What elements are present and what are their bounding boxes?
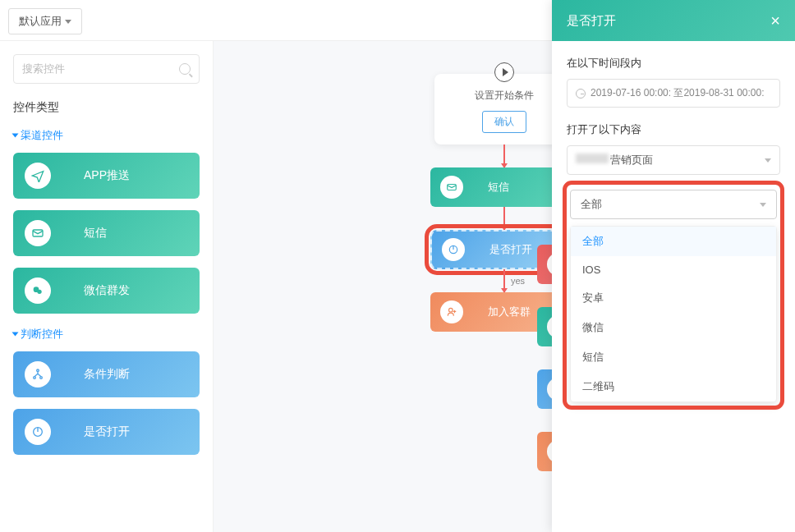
dropdown-option-qrcode[interactable]: 二维码: [571, 372, 776, 401]
clock-icon: [576, 89, 586, 99]
group-channel-label: 渠道控件: [21, 128, 63, 143]
user-add-icon: [440, 300, 463, 323]
wechat-icon: [25, 277, 51, 304]
group-condition-label: 判断控件: [21, 327, 63, 342]
default-app-label: 默认应用: [19, 14, 62, 29]
blurred-text: [576, 154, 609, 163]
node-label: 加入客群: [488, 305, 531, 319]
start-title: 设置开始条件: [451, 89, 558, 103]
branch-icon: [25, 361, 51, 388]
svg-point-2: [37, 290, 41, 294]
arrow-icon: [503, 207, 505, 230]
widget-label: 微信群发: [84, 283, 130, 298]
search-icon: [179, 63, 191, 75]
channel-selected: 全部: [581, 197, 602, 212]
arrow-icon: [503, 144, 505, 167]
widget-label: APP推送: [84, 168, 130, 183]
branch-yes-label: yes: [511, 276, 525, 286]
dropdown-option-android[interactable]: 安卓: [571, 283, 776, 313]
mail-icon: [440, 176, 463, 199]
group-condition-header[interactable]: 判断控件: [13, 327, 200, 342]
svg-point-3: [37, 369, 39, 372]
widget-label: 条件判断: [84, 367, 130, 382]
widget-label: 短信: [84, 226, 107, 241]
dropdown-option-ios[interactable]: IOS: [571, 256, 776, 283]
content-select[interactable]: 营销页面: [567, 145, 780, 175]
power-icon: [442, 238, 465, 261]
search-input[interactable]: 搜索控件: [13, 54, 200, 84]
svg-point-11: [449, 308, 453, 312]
dropdown-option-wechat[interactable]: 微信: [571, 313, 776, 342]
power-icon: [25, 419, 51, 445]
channel-select[interactable]: 全部: [570, 190, 777, 219]
chevron-down-icon: [12, 134, 19, 138]
node-label: 短信: [488, 180, 509, 195]
widget-wechat[interactable]: 微信群发: [13, 268, 200, 314]
caret-down-icon: [65, 20, 71, 24]
channel-dropdown-highlight: 全部 全部 IOS 安卓 微信 短信 二维码: [567, 185, 780, 406]
node-label: 是否打开: [489, 242, 532, 257]
sidebar: 搜索控件 控件类型 渠道控件 APP推送 短信 微信群发 判断控件 条件判断: [0, 41, 214, 532]
channel-dropdown-list: 全部 IOS 安卓 微信 短信 二维码: [570, 226, 777, 402]
caret-down-icon: [760, 203, 766, 207]
widget-condition[interactable]: 条件判断: [13, 351, 200, 397]
side-panel: 是否打开 × 在以下时间段内 2019-07-16 00:00: 至2019-0…: [552, 0, 795, 532]
time-range-input[interactable]: 2019-07-16 00:00: 至2019-08-31 00:00:: [567, 79, 780, 108]
widget-sms[interactable]: 短信: [13, 210, 200, 256]
time-value: 2019-07-16 00:00: 至2019-08-31 00:00:: [591, 86, 765, 100]
arrow-icon: [503, 269, 505, 292]
widget-app-push[interactable]: APP推送: [13, 153, 200, 199]
panel-title: 是否打开: [567, 13, 616, 29]
panel-header: 是否打开 ×: [552, 0, 795, 41]
dropdown-option-all[interactable]: 全部: [571, 227, 776, 256]
chevron-down-icon: [12, 332, 19, 337]
dropdown-option-sms[interactable]: 短信: [571, 342, 776, 372]
search-placeholder: 搜索控件: [22, 62, 65, 76]
widget-is-open[interactable]: 是否打开: [13, 409, 200, 455]
send-icon: [25, 163, 51, 189]
section-title: 控件类型: [13, 100, 200, 115]
svg-point-4: [34, 377, 36, 379]
time-label: 在以下时间段内: [567, 56, 780, 71]
group-channel-header[interactable]: 渠道控件: [13, 128, 200, 143]
content-label: 打开了以下内容: [567, 122, 780, 137]
play-icon: [494, 62, 514, 82]
confirm-button[interactable]: 确认: [482, 111, 526, 133]
content-value: 营销页面: [610, 154, 653, 166]
widget-label: 是否打开: [84, 424, 130, 439]
mail-icon: [25, 220, 51, 246]
default-app-dropdown[interactable]: 默认应用: [8, 8, 82, 34]
close-icon[interactable]: ×: [770, 11, 780, 30]
caret-down-icon: [765, 158, 771, 163]
svg-point-5: [40, 377, 43, 379]
